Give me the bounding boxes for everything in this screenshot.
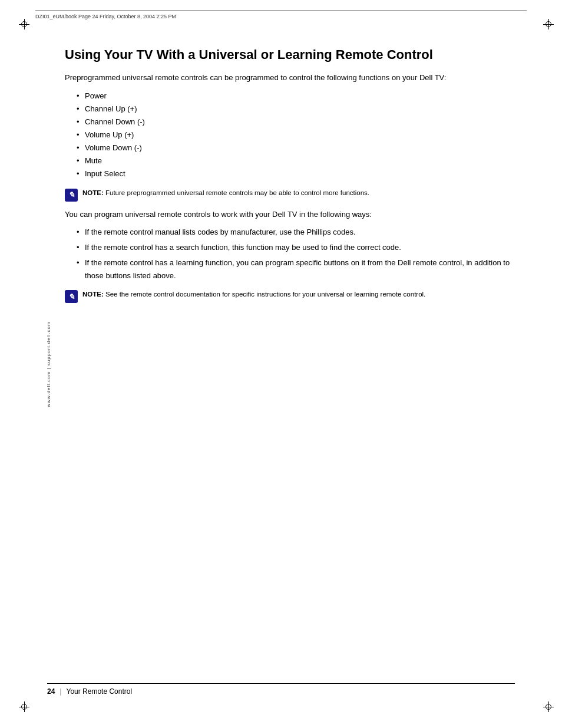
list-item: Channel Down (-) bbox=[77, 116, 515, 129]
list-item: If the remote control manual lists codes… bbox=[77, 226, 515, 239]
page-title: Using Your TV With a Universal or Learni… bbox=[65, 47, 515, 62]
list-item: If the remote control has a search funct… bbox=[77, 241, 515, 254]
bullet-list-1: Power Channel Up (+) Channel Down (-) Vo… bbox=[77, 90, 515, 181]
footer-page-number: 24 bbox=[47, 687, 55, 696]
header-bar: DZI01_eUM.book Page 24 Friday, October 8… bbox=[35, 11, 527, 19]
intro-text: Preprogrammed universal remote controls … bbox=[65, 72, 515, 84]
list-item: Input Select bbox=[77, 167, 515, 180]
note-icon-1: ✎ bbox=[65, 189, 78, 202]
footer-chapter: Your Remote Control bbox=[66, 687, 132, 696]
note-text-2: NOTE: See the remote control documentati… bbox=[82, 289, 425, 299]
footer: 24 | Your Remote Control bbox=[47, 683, 515, 696]
note-icon-2: ✎ bbox=[65, 290, 78, 303]
header-file-info: DZI01_eUM.book Page 24 Friday, October 8… bbox=[35, 14, 176, 19]
list-item: Channel Up (+) bbox=[77, 103, 515, 116]
bullet-list-2: If the remote control manual lists codes… bbox=[77, 226, 515, 282]
side-text: www.dell.com | support.dell.com bbox=[46, 321, 51, 407]
note-text-1: NOTE: Future preprogrammed universal rem… bbox=[82, 188, 369, 198]
footer-separator: | bbox=[59, 687, 61, 696]
list-item: Volume Down (-) bbox=[77, 141, 515, 154]
middle-text: You can program universal remote control… bbox=[65, 209, 515, 220]
list-item: Volume Up (+) bbox=[77, 129, 515, 141]
list-item: Mute bbox=[77, 154, 515, 167]
page-container: DZI01_eUM.book Page 24 Friday, October 8… bbox=[0, 0, 562, 728]
main-content: Using Your TV With a Universal or Learni… bbox=[65, 47, 515, 669]
note-box-1: ✎ NOTE: Future preprogrammed universal r… bbox=[65, 188, 515, 202]
list-item: If the remote control has a learning fun… bbox=[77, 256, 515, 282]
note-box-2: ✎ NOTE: See the remote control documenta… bbox=[65, 289, 515, 303]
list-item: Power bbox=[77, 90, 515, 103]
